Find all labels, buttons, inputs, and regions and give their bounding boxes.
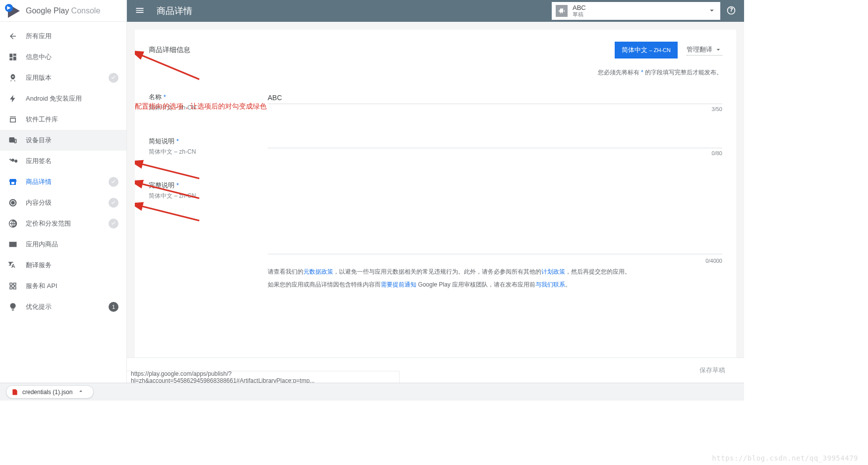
app-selector[interactable]: ABC 草稿: [552, 2, 720, 20]
metadata-policy-link[interactable]: 元数据政策: [303, 268, 333, 275]
sidebar-item-label: 设备目录: [26, 136, 118, 145]
check-icon: [109, 198, 118, 208]
advance-notice-link[interactable]: 需要提前通知: [381, 281, 416, 288]
sidebar-item-label: 翻译服务: [26, 261, 118, 270]
rating-icon: [8, 198, 18, 208]
full-desc-label: 完整说明 *: [149, 181, 268, 190]
required-note: 您必须先将标有 * 的字段填写完整后才能发布。: [149, 68, 722, 77]
content-area: 商品详情 ABC 草稿 商品详细信息: [127, 0, 744, 383]
sidebar-item-label: 服务和 API: [26, 282, 118, 291]
badge: 1: [109, 302, 118, 312]
sidebar-item-1[interactable]: 信息中心: [0, 47, 126, 67]
download-chip[interactable]: credentials (1).json: [6, 385, 94, 399]
sidebar-item-4[interactable]: 软件工件库: [0, 109, 126, 130]
contact-us-link[interactable]: 与我们联系: [535, 281, 565, 288]
check-icon: [109, 177, 118, 187]
sidebar-item-label: 所有应用: [26, 32, 118, 41]
play-console-logo-icon: [8, 4, 22, 18]
short-desc-char-count: 0/80: [268, 150, 722, 156]
short-desc-label: 简短说明 *: [149, 137, 268, 146]
sidebar-item-0[interactable]: 所有应用: [0, 26, 126, 47]
card-title: 商品详细信息: [149, 46, 615, 55]
bulb-icon: [8, 302, 18, 312]
check-icon: [109, 219, 118, 229]
full-desc-sublabel: 简体中文 – zh-CN: [149, 192, 268, 200]
full-desc-char-count: 0/4000: [268, 258, 722, 264]
sidebar-item-label: 应用签名: [26, 157, 118, 166]
metadata-policy-text: 请查看我们的元数据政策，以避免一些与应用元数据相关的常见违规行为。此外，请务必参…: [268, 267, 722, 277]
rocket-icon: [8, 73, 18, 83]
short-desc-input[interactable]: [268, 136, 722, 148]
card-icon: [8, 239, 18, 249]
key-icon: [8, 156, 18, 166]
globe-icon: [8, 219, 18, 229]
json-file-icon: [11, 389, 18, 396]
language-button[interactable]: 简体中文 – ZH-CN: [615, 42, 678, 58]
download-bar: credentials (1).json: [0, 383, 744, 401]
manage-translations[interactable]: 管理翻译: [687, 45, 722, 56]
header: 商品详情 ABC 草稿: [127, 0, 744, 22]
dashboard-icon: [8, 52, 18, 62]
sidebar-item-3[interactable]: Android 免安装应用: [0, 88, 126, 109]
program-policy-link[interactable]: 计划政策: [541, 268, 565, 275]
sidebar-item-10[interactable]: 应用内商品: [0, 234, 126, 255]
save-draft-button[interactable]: 保存草稿: [693, 362, 732, 379]
sidebar-item-label: 内容分级: [26, 198, 109, 207]
sidebar-item-9[interactable]: 定价和分发范围: [0, 213, 126, 234]
check-icon: [109, 73, 118, 83]
page-title: 商品详情: [157, 5, 552, 17]
status-bar-url: https://play.google.com/apps/publish/?hl…: [127, 371, 400, 383]
sidebar-item-11[interactable]: 翻译服务: [0, 255, 126, 276]
sidebar-item-8[interactable]: 内容分级: [0, 192, 126, 213]
sidebar-item-13[interactable]: 优化提示1: [0, 296, 126, 317]
chevron-down-icon: [707, 6, 716, 16]
sidebar: Google Play Console 所有应用信息中心应用版本Android …: [0, 0, 127, 383]
library-icon: [8, 115, 18, 124]
sidebar-item-2[interactable]: 应用版本: [0, 67, 126, 88]
arrow-back-icon: [8, 31, 18, 41]
short-desc-sublabel: 简体中文 – zh-CN: [149, 148, 268, 156]
full-desc-input[interactable]: [268, 180, 722, 254]
name-label: 名称 *: [149, 93, 268, 102]
devices-icon: [8, 135, 18, 145]
chevron-down-icon: [714, 46, 722, 54]
app-name: ABC: [573, 4, 707, 12]
sidebar-item-label: 优化提示: [26, 302, 109, 311]
name-char-count: 3/50: [268, 106, 722, 112]
name-sublabel: 简体中文 – zh-CN: [149, 104, 268, 112]
sidebar-item-label: Android 免安装应用: [26, 94, 118, 103]
bolt-icon: [8, 94, 18, 104]
logo[interactable]: Google Play Console: [0, 0, 126, 22]
sidebar-item-label: 商品详情: [26, 177, 109, 186]
sidebar-item-label: 应用内商品: [26, 240, 118, 249]
chevron-up-icon: [77, 388, 88, 396]
sidebar-item-5[interactable]: 设备目录: [0, 130, 126, 151]
android-icon: [556, 5, 568, 17]
logo-text: Google Play Console: [26, 6, 100, 15]
api-icon: [8, 281, 18, 291]
app-status: 草稿: [573, 11, 707, 18]
sidebar-item-7[interactable]: 商品详情: [0, 172, 126, 192]
sidebar-item-12[interactable]: 服务和 API: [0, 276, 126, 296]
download-filename: credentials (1).json: [22, 389, 72, 396]
help-icon[interactable]: [726, 5, 736, 17]
name-input[interactable]: [268, 92, 722, 104]
advance-notice-text: 如果您的应用或商品详情因包含特殊内容而需要提前通知 Google Play 应用…: [268, 280, 722, 290]
content-card: 商品详细信息 简体中文 – ZH-CN 管理翻译 您必须先将标有 * 的字段填写…: [135, 30, 736, 357]
sidebar-item-6[interactable]: 应用签名: [0, 151, 126, 172]
menu-icon[interactable]: [135, 5, 145, 17]
sidebar-item-label: 软件工件库: [26, 115, 118, 124]
sidebar-item-label: 定价和分发范围: [26, 219, 109, 228]
translate-icon: [8, 260, 18, 270]
store-icon: [8, 177, 18, 187]
sidebar-item-label: 信息中心: [26, 53, 118, 61]
sidebar-item-label: 应用版本: [26, 73, 109, 82]
